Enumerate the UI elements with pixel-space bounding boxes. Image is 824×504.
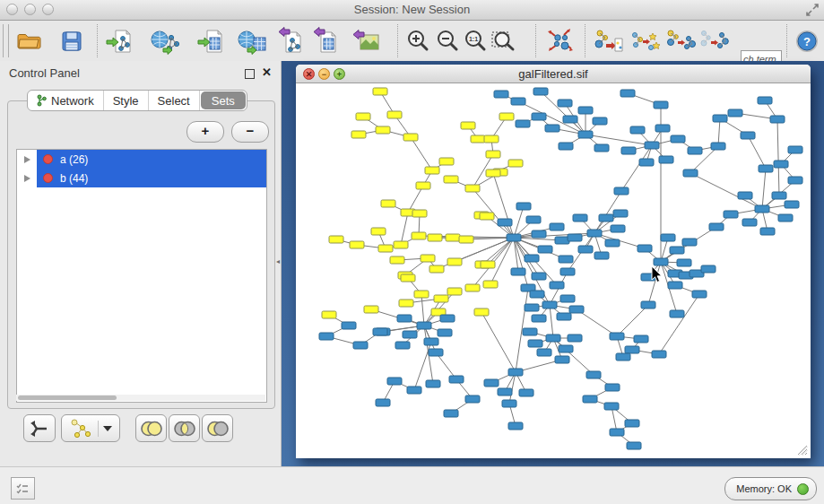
toolbar-grip[interactable] — [3, 24, 9, 57]
graph-node[interactable] — [668, 282, 682, 289]
graph-node[interactable] — [683, 169, 698, 177]
graph-node-selected[interactable] — [421, 255, 435, 262]
graph-node[interactable] — [511, 98, 525, 105]
graph-node[interactable] — [774, 161, 788, 168]
graph-edge[interactable] — [690, 173, 762, 209]
graph-node[interactable] — [594, 144, 609, 152]
graph-node[interactable] — [502, 400, 516, 407]
tab-sets[interactable]: Sets — [201, 91, 246, 109]
graph-node-selected[interactable] — [486, 151, 500, 158]
graph-node[interactable] — [634, 335, 648, 343]
add-set-button[interactable]: + — [186, 121, 224, 143]
graph-node-selected[interactable] — [483, 281, 498, 288]
fullscreen-icon[interactable] — [806, 4, 819, 16]
graph-node-selected[interactable] — [387, 111, 402, 118]
graph-node[interactable] — [555, 356, 569, 363]
zoom-actual-button[interactable]: 1:1 — [459, 25, 491, 57]
graph-node[interactable] — [594, 252, 609, 259]
graph-node[interactable] — [605, 384, 620, 391]
graph-node[interactable] — [516, 203, 531, 210]
graph-node-selected[interactable] — [399, 300, 413, 307]
network-graph[interactable] — [297, 83, 810, 457]
graph-node[interactable] — [546, 335, 560, 342]
graph-node[interactable] — [530, 291, 544, 298]
graph-node[interactable] — [583, 395, 597, 403]
graph-node-selected[interactable] — [351, 131, 366, 138]
graph-node[interactable] — [573, 214, 587, 222]
graph-node[interactable] — [525, 255, 539, 262]
network-frame-titlebar[interactable]: ✕ − + galFiltered.sif — [296, 65, 811, 83]
set-difference-button[interactable] — [202, 414, 233, 442]
graph-node[interactable] — [728, 109, 742, 117]
graph-edge[interactable] — [401, 213, 408, 245]
graph-node-selected[interactable] — [412, 210, 427, 217]
graph-node[interactable] — [692, 291, 707, 298]
graph-node[interactable] — [494, 91, 508, 98]
create-set-from-network-button[interactable] — [61, 414, 120, 442]
graph-node[interactable] — [537, 349, 551, 356]
graph-edge[interactable] — [718, 118, 720, 146]
graph-node-selected[interactable] — [401, 274, 415, 282]
graph-node[interactable] — [465, 395, 480, 403]
graph-node[interactable] — [625, 420, 639, 427]
set-row-b[interactable]: b (44) — [17, 169, 266, 187]
graph-node[interactable] — [670, 310, 684, 317]
graph-node[interactable] — [654, 101, 668, 109]
graph-node[interactable] — [625, 346, 639, 353]
graph-node[interactable] — [550, 282, 564, 289]
graph-node-selected[interactable] — [356, 113, 370, 120]
splitter-collapse-arrow[interactable]: ◂ — [276, 256, 282, 266]
graph-node[interactable] — [613, 210, 628, 217]
graph-node[interactable] — [438, 329, 452, 336]
graph-node-selected[interactable] — [425, 167, 439, 174]
graph-node[interactable] — [387, 378, 402, 385]
graph-node[interactable] — [484, 379, 499, 387]
remove-set-button[interactable]: − — [231, 121, 269, 143]
graph-edge[interactable] — [748, 135, 766, 169]
graph-node-selected[interactable] — [364, 306, 378, 313]
graph-node[interactable] — [578, 246, 593, 253]
graph-node[interactable] — [532, 315, 546, 322]
graph-node-selected[interactable] — [481, 261, 495, 268]
graph-edge[interactable] — [659, 294, 699, 354]
graph-edge[interactable] — [577, 309, 617, 336]
graph-node-selected[interactable] — [371, 228, 386, 235]
graph-node[interactable] — [557, 313, 571, 320]
graph-node[interactable] — [532, 230, 546, 238]
graph-node[interactable] — [508, 369, 523, 376]
graph-node-selected[interactable] — [428, 234, 442, 241]
export-table-button[interactable] — [310, 25, 343, 57]
graph-node[interactable] — [709, 223, 724, 230]
graph-node[interactable] — [604, 403, 619, 410]
graph-node[interactable] — [620, 90, 635, 97]
graph-node[interactable] — [785, 201, 799, 208]
graph-node-selected[interactable] — [329, 236, 343, 243]
float-panel-icon[interactable] — [245, 69, 255, 79]
graph-node[interactable] — [659, 156, 673, 163]
export-network-button[interactable] — [275, 25, 308, 57]
graph-node[interactable] — [599, 214, 613, 222]
graph-node[interactable] — [713, 115, 727, 122]
graph-node-selected[interactable] — [376, 126, 390, 134]
graph-node[interactable] — [440, 315, 455, 322]
graph-node[interactable] — [429, 349, 443, 356]
graph-node[interactable] — [559, 143, 573, 150]
set-row-a[interactable]: a (26) — [17, 150, 266, 169]
horizontal-scrollbar[interactable] — [16, 395, 265, 401]
graph-node[interactable] — [677, 259, 691, 266]
graph-node[interactable] — [682, 239, 697, 246]
graph-node[interactable] — [526, 216, 541, 223]
frame-resize-grip[interactable] — [797, 445, 808, 456]
graph-node-selected[interactable] — [461, 122, 475, 129]
import-network-web-button[interactable] — [149, 25, 181, 57]
graph-node-selected[interactable] — [499, 113, 514, 120]
scrollbar-thumb[interactable] — [18, 395, 117, 400]
disclosure-triangle-icon[interactable] — [24, 175, 30, 182]
graph-node[interactable] — [424, 338, 438, 345]
graph-node[interactable] — [578, 131, 593, 138]
graph-node[interactable] — [558, 100, 572, 107]
graph-node[interactable] — [587, 230, 602, 237]
graph-node[interactable] — [772, 192, 786, 199]
zoom-fit-selected-button[interactable] — [488, 25, 520, 57]
graph-node[interactable] — [661, 234, 675, 241]
